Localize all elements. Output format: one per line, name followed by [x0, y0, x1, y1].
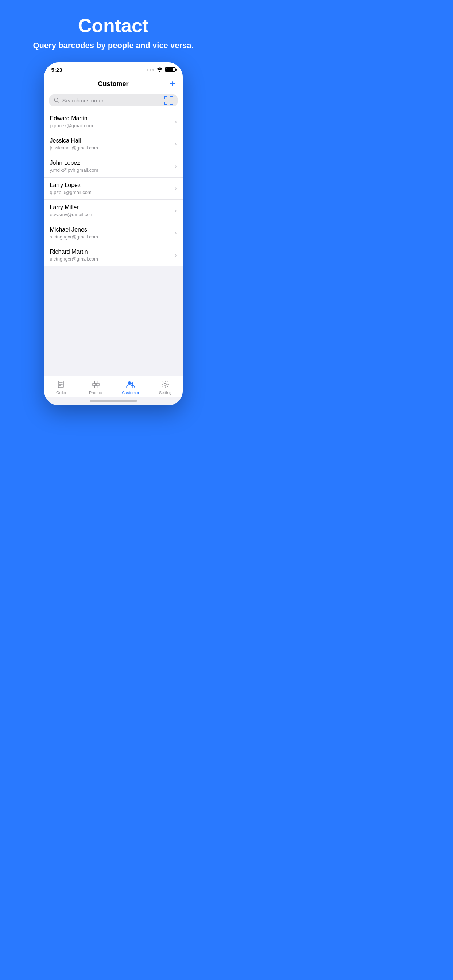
phone-frame: 5:23 Customer +	[44, 62, 183, 406]
customer-info: Larry Miller e.vvsmy@gmail.com	[50, 204, 175, 217]
customer-info: Richard Martin s.ctngngxr@gmail.com	[50, 249, 175, 262]
search-placeholder: Search customer	[62, 97, 173, 103]
tab-setting[interactable]: Setting	[152, 380, 178, 395]
home-bar	[90, 400, 137, 402]
customer-name: Richard Martin	[50, 249, 175, 255]
scan-box	[164, 96, 173, 105]
chevron-right-icon: ›	[175, 252, 177, 258]
tab-customer[interactable]: Customer	[118, 380, 144, 395]
customer-list-item[interactable]: Larry Lopez q.pzplu@gmail.com ›	[44, 178, 183, 200]
search-icon	[54, 97, 59, 103]
order-icon	[57, 380, 66, 389]
customer-name: Michael Jones	[50, 226, 175, 233]
search-bar-wrapper: Search customer	[44, 92, 183, 111]
svg-point-12	[164, 383, 166, 385]
customer-list-item[interactable]: Jessica Hall jessicahall@gmail.com ›	[44, 133, 183, 155]
wifi-icon	[156, 67, 163, 72]
customer-list: Edward Martin j.qrooez@gmail.com › Jessi…	[44, 111, 183, 266]
home-indicator	[44, 397, 183, 406]
add-customer-button[interactable]: +	[170, 79, 175, 88]
customer-email: s.ctngngxr@gmail.com	[50, 234, 175, 240]
customer-email: e.vvsmy@gmail.com	[50, 212, 175, 217]
product-icon	[91, 380, 100, 389]
nav-title: Customer	[98, 80, 128, 88]
tab-bar: Order Product Customer Setting	[44, 375, 183, 397]
tab-label: Product	[89, 390, 103, 395]
customer-email: jessicahall@gmail.com	[50, 145, 175, 151]
signal-icon	[147, 69, 154, 71]
chevron-right-icon: ›	[175, 163, 177, 170]
hero-title: Contact	[78, 14, 149, 37]
customer-info: Larry Lopez q.pzplu@gmail.com	[50, 182, 175, 195]
customer-icon	[126, 380, 135, 389]
nav-header: Customer +	[44, 76, 183, 92]
customer-name: Larry Lopez	[50, 182, 175, 188]
chevron-right-icon: ›	[175, 230, 177, 236]
status-bar: 5:23	[44, 62, 183, 76]
tab-label: Order	[56, 390, 66, 395]
status-time: 5:23	[51, 67, 62, 73]
customer-info: Jessica Hall jessicahall@gmail.com	[50, 137, 175, 151]
customer-list-item[interactable]: Larry Miller e.vvsmy@gmail.com ›	[44, 200, 183, 222]
customer-email: s.ctngngxr@gmail.com	[50, 256, 175, 262]
svg-line-1	[57, 101, 59, 103]
customer-email: q.pzplu@gmail.com	[50, 189, 175, 195]
chevron-right-icon: ›	[175, 185, 177, 192]
search-bar[interactable]: Search customer	[49, 94, 178, 107]
hero-subtitle: Query barcodes by people and vice versa.	[26, 40, 201, 51]
svg-point-10	[128, 381, 131, 384]
customer-info: Edward Martin j.qrooez@gmail.com	[50, 115, 175, 128]
customer-list-item[interactable]: Edward Martin j.qrooez@gmail.com ›	[44, 111, 183, 133]
customer-name: Jessica Hall	[50, 137, 175, 144]
customer-name: John Lopez	[50, 160, 175, 166]
tab-label: Customer	[122, 390, 139, 395]
tab-order[interactable]: Order	[48, 380, 74, 395]
tab-label: Setting	[159, 390, 171, 395]
setting-icon	[161, 380, 170, 389]
customer-email: y.mcik@pvh.gmail.com	[50, 167, 175, 173]
svg-point-11	[131, 382, 134, 385]
chevron-right-icon: ›	[175, 118, 177, 125]
scan-barcode-button[interactable]	[164, 95, 174, 105]
customer-info: Michael Jones s.ctngngxr@gmail.com	[50, 226, 175, 240]
status-icons	[147, 67, 175, 72]
customer-name: Edward Martin	[50, 115, 175, 122]
customer-list-item[interactable]: Richard Martin s.ctngngxr@gmail.com ›	[44, 244, 183, 266]
customer-name: Larry Miller	[50, 204, 175, 211]
battery-icon	[165, 67, 175, 72]
customer-list-item[interactable]: Michael Jones s.ctngngxr@gmail.com ›	[44, 222, 183, 244]
chevron-right-icon: ›	[175, 141, 177, 147]
customer-email: j.qrooez@gmail.com	[50, 123, 175, 128]
tab-product[interactable]: Product	[83, 380, 109, 395]
empty-area	[44, 266, 183, 375]
customer-list-item[interactable]: John Lopez y.mcik@pvh.gmail.com ›	[44, 155, 183, 178]
customer-info: John Lopez y.mcik@pvh.gmail.com	[50, 160, 175, 173]
chevron-right-icon: ›	[175, 207, 177, 214]
